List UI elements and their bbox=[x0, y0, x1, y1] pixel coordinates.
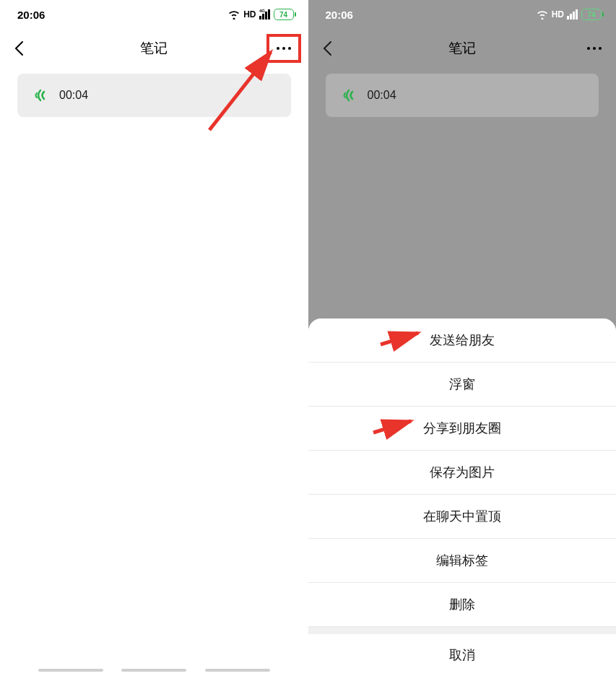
hd-label: HD bbox=[243, 9, 256, 20]
annotation-arrow bbox=[379, 329, 422, 347]
back-button[interactable] bbox=[317, 38, 337, 58]
sheet-item-edit-tags[interactable]: 编辑标签 bbox=[308, 539, 617, 583]
svg-line-10 bbox=[381, 333, 418, 344]
sound-wave-icon bbox=[342, 87, 357, 103]
note-content[interactable]: 00:04 bbox=[0, 68, 308, 123]
sheet-item-float[interactable]: 浮窗 bbox=[308, 363, 617, 407]
sheet-separator bbox=[308, 627, 617, 634]
more-icon bbox=[587, 47, 602, 50]
sheet-item-label: 编辑标签 bbox=[436, 552, 488, 569]
battery-icon: 74 bbox=[274, 9, 294, 20]
status-icons: HD 4G 74 bbox=[227, 9, 293, 20]
page-title: 笔记 bbox=[0, 39, 308, 58]
status-time: 20:06 bbox=[17, 9, 45, 21]
sheet-item-delete[interactable]: 删除 bbox=[308, 583, 617, 627]
nav-bar: 笔记 bbox=[308, 29, 617, 68]
wifi-icon bbox=[536, 9, 549, 20]
battery-icon: 74 bbox=[581, 9, 602, 20]
signal-icon bbox=[567, 9, 578, 20]
status-bar: 20:06 HD 74 bbox=[308, 0, 617, 29]
sheet-item-label: 分享到朋友圈 bbox=[423, 420, 501, 437]
signal-icon: 4G bbox=[259, 9, 271, 20]
sheet-item-label: 取消 bbox=[449, 646, 475, 664]
sheet-item-save-image[interactable]: 保存为图片 bbox=[308, 451, 617, 495]
more-icon bbox=[277, 47, 291, 50]
svg-rect-8 bbox=[573, 12, 575, 20]
sheet-item-label: 发送给朋友 bbox=[430, 332, 495, 349]
more-button[interactable] bbox=[580, 37, 609, 60]
chevron-left-icon bbox=[322, 40, 332, 56]
sheet-cancel[interactable]: 取消 bbox=[308, 634, 617, 676]
phone-screen-right: 20:06 HD 74 笔记 00:04 发送给朋友 bbox=[308, 0, 617, 676]
svg-text:4G: 4G bbox=[259, 9, 265, 13]
nav-bar: 笔记 bbox=[0, 29, 308, 68]
note-content: 00:04 bbox=[308, 68, 617, 123]
hd-label: HD bbox=[552, 9, 564, 20]
audio-clip[interactable]: 00:04 bbox=[326, 74, 599, 117]
annotation-arrow bbox=[372, 417, 415, 436]
sheet-item-label: 在聊天中置顶 bbox=[423, 508, 501, 525]
audio-duration: 00:04 bbox=[59, 89, 88, 102]
sheet-item-label: 保存为图片 bbox=[430, 464, 495, 481]
svg-rect-6 bbox=[567, 16, 569, 20]
phone-screen-left: 20:06 HD 4G 74 笔记 00:04 bbox=[0, 0, 308, 676]
sheet-item-label: 浮窗 bbox=[449, 376, 475, 393]
status-icons: HD 74 bbox=[536, 9, 602, 20]
svg-rect-0 bbox=[259, 16, 261, 20]
page-title: 笔记 bbox=[308, 39, 617, 58]
svg-rect-3 bbox=[268, 9, 270, 20]
back-button[interactable] bbox=[9, 38, 29, 58]
more-button[interactable] bbox=[266, 34, 301, 63]
svg-line-11 bbox=[373, 421, 411, 433]
audio-duration: 00:04 bbox=[368, 89, 396, 102]
audio-clip[interactable]: 00:04 bbox=[17, 74, 291, 117]
wifi-icon bbox=[227, 9, 240, 20]
sheet-item-send[interactable]: 发送给朋友 bbox=[308, 318, 617, 363]
chevron-left-icon bbox=[14, 40, 24, 56]
svg-rect-2 bbox=[265, 12, 267, 20]
svg-rect-9 bbox=[576, 9, 578, 20]
sheet-item-moments[interactable]: 分享到朋友圈 bbox=[308, 407, 617, 451]
sound-wave-icon bbox=[33, 87, 49, 103]
action-sheet: 发送给朋友 浮窗 分享到朋友圈 保存为图片 在聊天中置顶 编辑标签 删除 取消 bbox=[308, 318, 617, 676]
svg-rect-1 bbox=[262, 14, 264, 20]
sheet-item-pin[interactable]: 在聊天中置顶 bbox=[308, 495, 617, 539]
home-indicator bbox=[0, 669, 308, 672]
status-time: 20:06 bbox=[326, 9, 353, 21]
status-bar: 20:06 HD 4G 74 bbox=[0, 0, 308, 29]
sheet-item-label: 删除 bbox=[449, 596, 475, 613]
svg-rect-7 bbox=[570, 14, 572, 20]
